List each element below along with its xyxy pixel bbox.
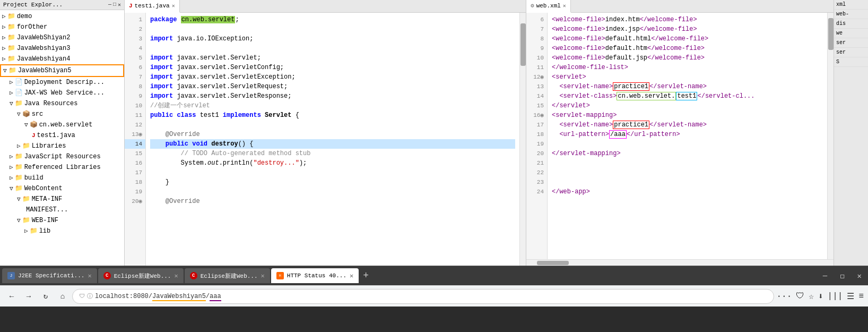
menu-icon[interactable]: ≡ bbox=[858, 292, 864, 301]
tree-label: JavaWebshiyan4 bbox=[17, 54, 71, 64]
xml-hscrollbar-thumb[interactable] bbox=[537, 261, 569, 265]
refresh-button[interactable]: ↻ bbox=[38, 289, 53, 304]
java-scrollbar[interactable] bbox=[519, 13, 526, 266]
tree-item-webinf[interactable]: ▽ 📁 WEB-INF bbox=[0, 215, 124, 226]
download-icon[interactable]: ⬇ bbox=[818, 291, 823, 302]
right-panel-item-we[interactable]: we bbox=[834, 29, 868, 38]
right-panel-item-s[interactable]: S bbox=[834, 57, 868, 67]
tree-item-jaxws[interactable]: ▷ 📄 JAX-WS Web Service... bbox=[0, 88, 124, 98]
scrollbar-thumb[interactable] bbox=[520, 23, 526, 66]
right-panel-item-ser2[interactable]: ser bbox=[834, 48, 868, 57]
minimize-window-button[interactable]: — bbox=[819, 270, 831, 281]
tree-item-libraries[interactable]: ▷ 📁 Libraries bbox=[0, 141, 124, 151]
tree-label: MANIFEST... bbox=[26, 205, 68, 215]
eclipse2-tab-close[interactable]: ✕ bbox=[261, 272, 265, 280]
tree-item-jsresources[interactable]: ▷ 📁 JavaScript Resources bbox=[0, 151, 124, 162]
tree-item-reflibs[interactable]: ▷ 📁 Referenced Libraries bbox=[0, 162, 124, 173]
restore-window-button[interactable]: ◻ bbox=[836, 270, 848, 282]
xml-tab[interactable]: ⚙ web.xml ✕ bbox=[526, 0, 571, 13]
code-line-15: // TODO Auto-generated method stub bbox=[150, 149, 515, 158]
new-tab-button[interactable]: + bbox=[360, 270, 372, 281]
xml-line-20: </servlet-mapping> bbox=[552, 149, 823, 158]
eclipse1-tab-label: Eclipse新建Web... bbox=[114, 272, 171, 280]
tree-item-manifest[interactable]: MANIFEST... bbox=[0, 205, 124, 215]
reader-icon[interactable]: ☰ bbox=[847, 291, 854, 302]
tree-label: META-INF bbox=[32, 194, 63, 204]
xml-lnum-10: 10 bbox=[526, 53, 547, 63]
xml-line-17: <servlet-name>practice1</servlet-name> bbox=[552, 120, 823, 130]
minimize-icon[interactable]: — bbox=[108, 2, 111, 8]
expand-icon: ▽ bbox=[24, 120, 28, 130]
tree-item-javaweb2[interactable]: ▷ 📁 JavaWebShiyan2 bbox=[0, 32, 124, 43]
tree-item-webcontent[interactable]: ▽ 📁 WebContent bbox=[0, 183, 124, 194]
tree-item-lib[interactable]: ▷ 📁 lib bbox=[0, 226, 124, 236]
tree-label: Java Resources bbox=[24, 99, 78, 108]
expand-icon: ▷ bbox=[10, 78, 13, 87]
xml-code-area[interactable]: <welcome-file>index.htm</welcome-file> <… bbox=[548, 13, 827, 259]
line-num-6: 6 bbox=[125, 63, 145, 72]
line-num-15: 15 bbox=[125, 149, 145, 158]
tree-item-javaresources[interactable]: ▽ 📁 Java Resources bbox=[0, 98, 124, 109]
browser-tab-http[interactable]: H HTTP Status 40... ✕ bbox=[271, 268, 359, 283]
back-button[interactable]: ← bbox=[4, 289, 19, 304]
expand-icon: ▷ bbox=[17, 141, 21, 151]
dots-icon[interactable]: ··· bbox=[776, 292, 792, 301]
line-num-4: 4 bbox=[125, 44, 145, 53]
http-icon: H bbox=[276, 272, 284, 279]
project-explorer-header: Project Explor... — □ ✕ bbox=[0, 0, 124, 10]
tree-item-deployment[interactable]: ▷ 📄 Deployment Descrip... bbox=[0, 77, 124, 88]
tree-item-test1java[interactable]: J test1.java bbox=[0, 130, 124, 141]
code-line-10: //创建一个servlet bbox=[150, 101, 515, 110]
home-button[interactable]: ⌂ bbox=[55, 289, 70, 304]
tree-label: WebContent bbox=[24, 184, 63, 193]
bookmarks-icon[interactable]: ||| bbox=[828, 292, 843, 301]
tree-item-metainf[interactable]: ▽ 📁 META-INF bbox=[0, 194, 124, 205]
code-line-19 bbox=[150, 187, 515, 197]
xml-scrollbar[interactable] bbox=[827, 13, 834, 259]
star-icon[interactable]: ☆ bbox=[809, 291, 814, 302]
j2ee-icon: J bbox=[7, 272, 15, 279]
browser-tab-j2ee[interactable]: J J2EE Specificati... ✕ bbox=[2, 268, 97, 283]
tree-item-javaweb3[interactable]: ▷ 📁 JavaWebshiyan3 bbox=[0, 43, 124, 54]
tree-label: JavaWebshiyan3 bbox=[17, 44, 71, 53]
xml-lnum-18: 18 bbox=[526, 130, 547, 139]
shield-nav-icon[interactable]: 🛡 bbox=[796, 291, 804, 301]
tree-item-javaweb4[interactable]: ▷ 📁 JavaWebshiyan4 bbox=[0, 54, 124, 64]
tree-item-build[interactable]: ▷ 📁 build bbox=[0, 173, 124, 183]
right-panel-item-web[interactable]: web- bbox=[834, 10, 868, 19]
browser-tab-eclipse2[interactable]: C Eclipse新建Web... ✕ bbox=[185, 268, 270, 283]
tree-item-package[interactable]: ▽ 📦 cn.web.servlet bbox=[0, 120, 124, 130]
xml-lnum-16: 16◉ bbox=[526, 110, 547, 120]
eclipse1-tab-close[interactable]: ✕ bbox=[174, 272, 178, 280]
maximize-icon[interactable]: □ bbox=[113, 2, 116, 8]
close-icon[interactable]: ✕ bbox=[118, 2, 121, 8]
java-tab-close[interactable]: ✕ bbox=[172, 3, 175, 9]
browser-tab-eclipse1[interactable]: C Eclipse新建Web... ✕ bbox=[98, 268, 184, 283]
tree-item-demo[interactable]: ▷ 📁 demo bbox=[0, 11, 124, 22]
url-bar[interactable]: 🛡 ⓘ localhost:8080/JavaWebshiyan5/aaa bbox=[72, 289, 774, 304]
close-window-button[interactable]: ✕ bbox=[853, 270, 866, 282]
expand-icon: ▷ bbox=[2, 33, 6, 42]
java-tab[interactable]: J test1.java ✕ bbox=[125, 0, 180, 13]
tree-item-forother[interactable]: ▷ 📁 forOther bbox=[0, 22, 124, 32]
xml-lnum-13: 13 bbox=[526, 82, 547, 91]
tree-item-javaweb5[interactable]: ▽ 📁 JavaWebShiyan5 bbox=[0, 64, 124, 77]
tree-label: lib bbox=[39, 226, 51, 236]
forward-button[interactable]: → bbox=[21, 289, 36, 304]
j2ee-tab-close[interactable]: ✕ bbox=[88, 272, 91, 280]
xml-tab-close[interactable]: ✕ bbox=[563, 3, 566, 9]
tree-label: forOther bbox=[17, 22, 48, 32]
code-area[interactable]: package cn.web.servlet; import java.io.I… bbox=[146, 13, 519, 266]
xml-line-10: <welcome-file>default.jsp</welcome-file> bbox=[552, 53, 823, 63]
xml-hscrollbar[interactable] bbox=[526, 259, 834, 266]
tree-label: Referenced Libraries bbox=[24, 163, 101, 172]
right-panel-item-xml[interactable]: xml bbox=[834, 0, 868, 10]
right-panel-item-ser1[interactable]: ser bbox=[834, 38, 868, 48]
right-panel-item-dis[interactable]: dis bbox=[834, 19, 868, 29]
code-line-4 bbox=[150, 44, 515, 53]
tree-item-src[interactable]: ▽ 📦 src bbox=[0, 109, 124, 120]
http-tab-close[interactable]: ✕ bbox=[350, 272, 353, 280]
xml-scrollbar-thumb[interactable] bbox=[828, 18, 834, 50]
xml-tab-label: web.xml bbox=[536, 3, 561, 9]
xml-lnum-6: 6 bbox=[526, 15, 547, 24]
